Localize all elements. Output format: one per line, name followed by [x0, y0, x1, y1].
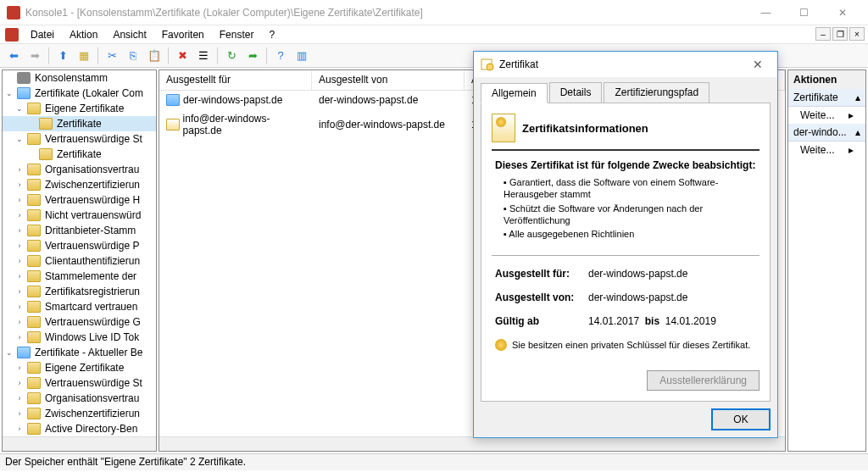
expander-icon[interactable]: ›: [14, 211, 25, 219]
tree-item[interactable]: ›Windows Live ID Tok: [3, 330, 156, 345]
actions-section-certificates[interactable]: Zertifikate▴: [788, 89, 865, 107]
menu-view[interactable]: Ansicht: [106, 27, 153, 42]
folder-icon: [27, 408, 41, 419]
tree-item[interactable]: ›Vertrauenswürdige St: [3, 375, 156, 391]
tree-root[interactable]: Konsolenstamm: [3, 70, 156, 86]
actions-more[interactable]: Weite...▸: [788, 142, 865, 158]
tree-item[interactable]: ⌄Zertifikate (Lokaler Com: [3, 86, 156, 101]
issued-by-value: der-windows-papst.de: [588, 292, 756, 303]
expander-icon[interactable]: ›: [14, 333, 25, 342]
menu-help[interactable]: ?: [262, 27, 281, 42]
menu-file[interactable]: Datei: [24, 27, 61, 42]
expander-icon[interactable]: ›: [14, 226, 25, 235]
tab-cert-path[interactable]: Zertifizierungspfad: [604, 82, 709, 103]
folder-icon: [27, 164, 41, 175]
tree-item[interactable]: ›Organisationsvertrau: [3, 391, 156, 406]
paste-button[interactable]: 📋: [144, 46, 164, 66]
tree-item[interactable]: Zertifikate: [3, 147, 156, 162]
tree-item[interactable]: ›Stammelemente der: [3, 269, 156, 284]
horizontal-scrollbar[interactable]: [3, 436, 156, 451]
up-button[interactable]: ⬆: [53, 46, 73, 66]
tree-item[interactable]: ›Drittanbieter-Stamm: [3, 223, 156, 238]
properties-button[interactable]: ☰: [193, 46, 214, 66]
tree-item[interactable]: ⌄Zertifikate - Aktueller Be: [3, 345, 156, 360]
expander-icon[interactable]: ⌄: [4, 348, 14, 357]
tree-item[interactable]: ›Zertifikatsregistrierun: [3, 284, 156, 299]
expander-icon[interactable]: ›: [14, 394, 25, 403]
expander-icon[interactable]: ⌄: [14, 104, 25, 113]
tree-item[interactable]: ›Vertrauenswürdige G: [3, 314, 156, 330]
tree-panel[interactable]: Konsolenstamm ⌄Zertifikate (Lokaler Com …: [2, 69, 157, 452]
mdi-minimize[interactable]: –: [815, 27, 831, 41]
copy-button[interactable]: ⎘: [123, 46, 143, 66]
expander-icon[interactable]: ›: [14, 318, 25, 326]
folder-icon: [27, 331, 41, 343]
expander-icon[interactable]: ⌄: [14, 135, 25, 143]
chevron-right-icon: ▸: [849, 109, 854, 121]
svg-point-1: [487, 64, 493, 70]
expander-icon[interactable]: ›: [14, 303, 25, 311]
actions-more[interactable]: Weite...▸: [788, 107, 865, 124]
horizontal-scrollbar[interactable]: [159, 436, 785, 451]
forward-button[interactable]: ➡: [25, 46, 45, 66]
expander-icon[interactable]: ›: [14, 180, 25, 189]
expander-icon[interactable]: ›: [14, 242, 25, 250]
tree-item[interactable]: ›Vertrauenswürdige H: [3, 192, 156, 208]
expander-icon[interactable]: ›: [14, 287, 25, 296]
tree-item[interactable]: ›Eigene Zertifikate: [3, 360, 156, 375]
issued-to-label: Ausgestellt für:: [495, 268, 588, 280]
issuer-statement-button[interactable]: Ausstellererklärung: [647, 370, 760, 391]
menu-window[interactable]: Fenster: [213, 27, 261, 42]
menu-favorites[interactable]: Favoriten: [155, 27, 211, 42]
dialog-close-button[interactable]: ✕: [745, 58, 771, 71]
delete-button[interactable]: ✖: [172, 46, 192, 66]
tree-item[interactable]: ›Zwischenzertifizierun: [3, 177, 156, 192]
tree-item[interactable]: ›Smartcard vertrauen: [3, 299, 156, 314]
maximize-button[interactable]: ☐: [785, 0, 823, 25]
tree-item-selected[interactable]: Zertifikate: [3, 116, 156, 131]
expander-icon[interactable]: ›: [14, 379, 25, 387]
folder-icon: [39, 118, 53, 130]
tab-body-general: Zertifikatsinformationen Dieses Zertifik…: [481, 103, 771, 402]
mdi-restore[interactable]: ❐: [832, 27, 848, 41]
folder-icon: [27, 209, 41, 221]
close-button[interactable]: ✕: [823, 0, 861, 25]
actions-section-selected[interactable]: der-windo...▴: [788, 124, 865, 142]
tree-item[interactable]: ⌄Vertrauenswürdige St: [3, 131, 156, 147]
cert-info-title: Zertifikatsinformationen: [522, 122, 648, 135]
folder-icon: [27, 392, 41, 404]
console-root-icon: [17, 72, 31, 84]
column-issued-by[interactable]: Ausgestellt von: [312, 70, 465, 90]
export-list-button[interactable]: ➦: [242, 46, 263, 66]
menu-action[interactable]: Aktion: [63, 27, 104, 42]
show-hide-tree-button[interactable]: ▦: [74, 46, 94, 66]
tree-item[interactable]: ⌄Eigene Zertifikate: [3, 101, 156, 116]
tree-item[interactable]: ›Nicht vertrauenswürd: [3, 208, 156, 223]
expander-icon[interactable]: ›: [14, 272, 25, 280]
tree-item[interactable]: ›Organisationsvertrau: [3, 162, 156, 177]
refresh-button[interactable]: ↻: [221, 46, 242, 66]
column-issued-to[interactable]: Ausgestellt für: [159, 70, 312, 90]
expander-icon[interactable]: ›: [14, 409, 25, 418]
cert-purpose-lead: Dieses Zertifikat ist für folgende Zweck…: [495, 159, 756, 171]
cut-button[interactable]: ✂: [102, 46, 122, 66]
expander-icon[interactable]: ›: [14, 364, 25, 372]
tree-item[interactable]: ›Clientauthentifizierun: [3, 253, 156, 269]
expander-icon[interactable]: ›: [14, 425, 25, 433]
expander-icon[interactable]: ›: [14, 165, 25, 174]
help-button[interactable]: ?: [270, 46, 291, 66]
tree-item[interactable]: ›Vertrauenswürdige P: [3, 238, 156, 253]
folder-icon: [27, 179, 41, 191]
back-button[interactable]: ⬅: [3, 46, 24, 66]
tab-details[interactable]: Details: [549, 82, 603, 103]
expander-icon[interactable]: ⌄: [4, 89, 14, 97]
minimize-button[interactable]: —: [747, 0, 785, 25]
tab-general[interactable]: Allgemein: [481, 83, 548, 103]
ok-button[interactable]: OK: [711, 408, 771, 430]
tree-item[interactable]: ›Active Directory-Ben: [3, 421, 156, 436]
expander-icon[interactable]: ›: [14, 257, 25, 265]
expander-icon[interactable]: ›: [14, 196, 25, 204]
show-hide-action-button[interactable]: ▥: [292, 46, 312, 66]
mdi-close[interactable]: ×: [849, 27, 865, 41]
tree-item[interactable]: ›Zwischenzertifizierun: [3, 406, 156, 421]
